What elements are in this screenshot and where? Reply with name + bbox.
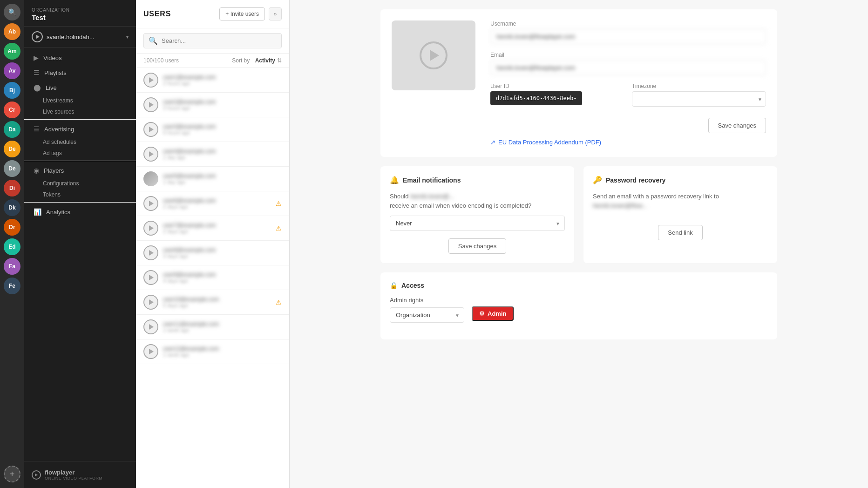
sidebar-item-playlists[interactable]: ☰ Playlists	[26, 65, 134, 80]
org-avatar-de2[interactable]: De	[4, 160, 20, 177]
search-icon[interactable]: 🔍	[4, 4, 20, 20]
sidebar-item-label: Playlists	[44, 69, 67, 76]
sidebar-item-players[interactable]: ◉ Players	[26, 163, 134, 178]
org-name: Test	[32, 14, 129, 21]
org-avatar-am[interactable]: Am	[4, 43, 20, 60]
org-avatar-cr[interactable]: Cr	[4, 102, 20, 118]
users-count: 100/100 users	[143, 57, 179, 64]
email-notifications-save-button[interactable]: Save changes	[448, 238, 506, 254]
users-title: USERS	[143, 10, 171, 18]
fp-logo-sub: ONLINE VIDEO PLATFORM	[45, 476, 102, 481]
sidebar-item-ad-schedules[interactable]: Ad schedules	[24, 136, 136, 148]
fp-logo-text-group: flowplayer ONLINE VIDEO PLATFORM	[45, 469, 102, 481]
main-sidebar: ORGANIZATION Test svante.holmdah... ▾ ▶ …	[24, 0, 136, 488]
admin-rights-label: Admin rights	[390, 297, 464, 304]
org-avatar-de1[interactable]: De	[4, 141, 20, 157]
avatar	[143, 147, 158, 162]
avatar	[143, 196, 158, 211]
add-org-button[interactable]: +	[4, 466, 20, 482]
admin-rights-dropdown[interactable]: Organization None	[390, 307, 464, 323]
avatar	[143, 245, 158, 260]
list-item[interactable]: user4@example.com1 day ago	[136, 142, 289, 167]
username-label: Username	[490, 20, 766, 27]
list-item[interactable]: user10@example.com5 days ago ⚠	[136, 290, 289, 315]
org-avatar-ed[interactable]: Ed	[4, 238, 20, 255]
sort-value: Activity	[255, 57, 275, 64]
user-name: svante.holmdah...	[47, 34, 122, 41]
timezone-label: Timezone	[632, 83, 766, 89]
notifications-dropdown-wrapper: Never Always Daily digest	[390, 216, 565, 231]
search-input-wrapper: 🔍	[143, 33, 282, 48]
avatar-sidebar: 🔍 Ab Am Av Bj Cr Da De De Di Dk Dr Ed Fa…	[0, 0, 24, 488]
org-avatar-fa[interactable]: Fa	[4, 258, 20, 275]
org-avatar-di[interactable]: Di	[4, 180, 20, 197]
password-recovery-desc: Send an email with a password recovery l…	[593, 192, 768, 210]
playlists-icon: ☰	[34, 69, 40, 76]
sidebar-item-configurations[interactable]: Configurations	[24, 178, 136, 189]
search-icon: 🔍	[149, 36, 158, 45]
org-avatar-dr[interactable]: Dr	[4, 219, 20, 236]
userid-display: d7d1afd5-a160-4436-8eeb-	[490, 91, 582, 105]
divider	[24, 161, 136, 161]
list-item[interactable]: user2@example.com3 hours ago	[136, 93, 289, 117]
save-changes-button[interactable]: Save changes	[708, 118, 766, 133]
nav-section: ▶ Videos ☰ Playlists ⬤ Live Livestreams …	[24, 47, 136, 222]
sidebar-item-livestreams[interactable]: Livestreams	[24, 95, 136, 106]
sidebar-item-live[interactable]: ⬤ Live	[26, 80, 134, 95]
search-input[interactable]	[162, 37, 277, 44]
profile-section: Username Email User ID d7d1afd5-a160-443…	[380, 9, 777, 157]
sidebar-footer: ▶ flowplayer ONLINE VIDEO PLATFORM	[24, 461, 136, 488]
warning-icon: ⚠	[276, 298, 282, 306]
list-item[interactable]: user7@example.com2 days ago ⚠	[136, 216, 289, 241]
sidebar-item-advertising[interactable]: ☰ Advertising	[26, 122, 134, 136]
sidebar-item-ad-tags[interactable]: Ad tags	[24, 148, 136, 159]
sidebar-item-tokens[interactable]: Tokens	[24, 189, 136, 200]
notifications-dropdown[interactable]: Never Always Daily digest	[390, 216, 565, 231]
org-avatar-dk[interactable]: Dk	[4, 199, 20, 216]
list-item[interactable]: user11@example.com1 week ago	[136, 315, 289, 339]
org-avatar-av[interactable]: Av	[4, 62, 20, 79]
list-item[interactable]: user1@example.com2 hours ago	[136, 68, 289, 93]
avatar	[143, 344, 158, 359]
org-avatar-ab[interactable]: Ab	[4, 23, 20, 40]
send-link-button[interactable]: Send link	[658, 225, 702, 240]
fp-logo-icon: ▶	[32, 470, 41, 480]
gear-icon: ⚙	[479, 310, 485, 317]
list-item[interactable]: user6@example.com2 days ago ⚠	[136, 191, 289, 216]
org-avatar-fe[interactable]: Fe	[4, 278, 20, 294]
user-play-icon	[32, 31, 43, 42]
users-panel: USERS + Invite users » 🔍 100/100 users S…	[136, 0, 290, 488]
invite-users-button[interactable]: + Invite users	[219, 7, 265, 20]
list-item[interactable]: user3@example.com5 hours ago	[136, 117, 289, 142]
org-avatar-bj[interactable]: Bj	[4, 82, 20, 99]
lock-icon: 🔒	[390, 282, 398, 289]
content-area: USERS + Invite users » 🔍 100/100 users S…	[136, 0, 868, 488]
eu-data-link[interactable]: ↗ EU Data Processing Addendum (PDF)	[490, 133, 766, 146]
sidebar-item-videos[interactable]: ▶ Videos	[26, 50, 134, 65]
sidebar-item-live-sources[interactable]: Live sources	[24, 106, 136, 117]
avatar	[143, 122, 158, 137]
list-item[interactable]: user9@example.com4 days ago	[136, 265, 289, 290]
divider	[24, 119, 136, 120]
password-recovery-title: 🔑 Password recovery	[593, 176, 768, 184]
list-item[interactable]: user8@example.com3 days ago	[136, 241, 289, 265]
sort-select[interactable]: Sort by Activity ⇅	[232, 57, 282, 64]
email-input[interactable]	[490, 60, 766, 75]
username-input[interactable]	[490, 29, 766, 44]
users-header: USERS + Invite users »	[136, 0, 289, 28]
user-selector[interactable]: svante.holmdah... ▾	[24, 27, 136, 47]
timezone-select[interactable]: UTC UTC+1 UTC+2	[632, 91, 766, 107]
play-icon-large	[420, 41, 448, 69]
avatar	[143, 270, 158, 285]
external-link-icon: ↗	[490, 139, 495, 146]
list-item[interactable]: user12@example.com1 week ago	[136, 339, 289, 364]
org-avatar-da[interactable]: Da	[4, 121, 20, 138]
collapse-panel-button[interactable]: »	[269, 7, 282, 20]
warning-icon: ⚠	[276, 200, 282, 207]
blurred-email: henrik.loven@...	[410, 193, 454, 200]
sort-chevron-icon: ⇅	[277, 57, 282, 64]
bottom-cards: 🔔 Email notifications Should henrik.love…	[380, 166, 777, 263]
sidebar-item-analytics[interactable]: 📊 Analytics	[26, 204, 134, 219]
list-item[interactable]: user5@example.com1 day ago	[136, 167, 289, 191]
admin-badge-button[interactable]: ⚙ Admin	[472, 306, 514, 321]
